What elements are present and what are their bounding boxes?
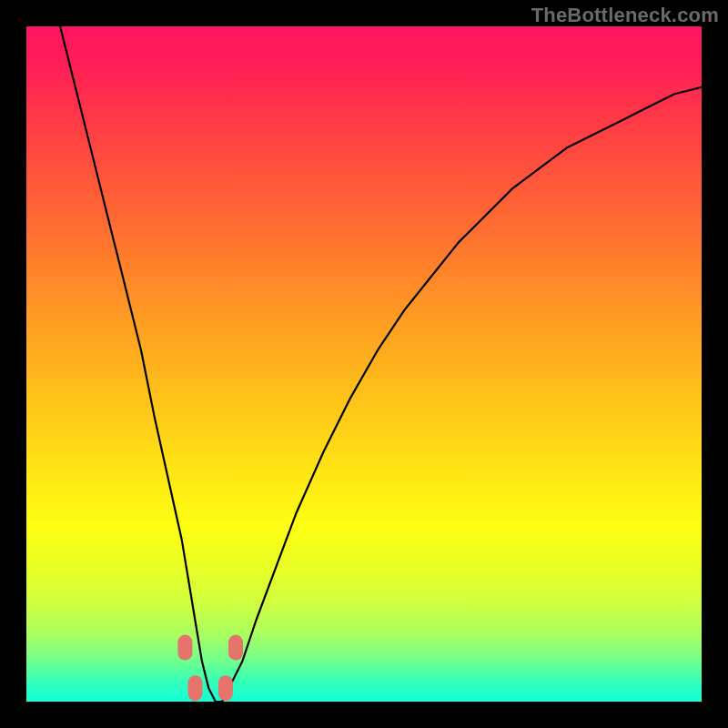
- curve-marker: [177, 635, 192, 661]
- bottleneck-curve: [60, 26, 702, 702]
- curve-marker: [228, 635, 243, 661]
- curve-marker: [218, 675, 233, 701]
- watermark-text: TheBottleneck.com: [531, 4, 719, 27]
- curve-marker: [188, 675, 203, 701]
- outer-frame: TheBottleneck.com: [0, 0, 728, 728]
- plot-area: [26, 26, 702, 702]
- chart-svg: [26, 26, 702, 702]
